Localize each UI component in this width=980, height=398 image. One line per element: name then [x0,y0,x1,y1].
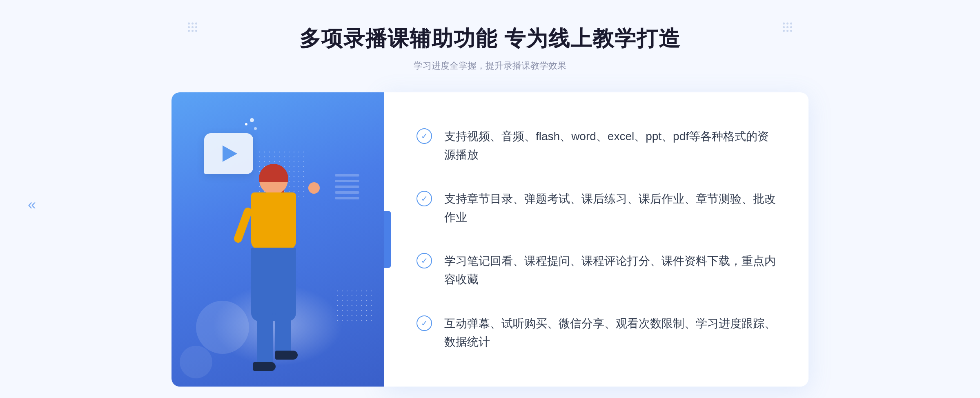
decorative-dots-right [783,22,792,32]
stripe-decoration [335,174,359,207]
person-hand-raised [308,182,320,194]
right-features-panel: ✓ 支持视频、音频、flash、word、excel、ppt、pdf等各种格式的… [384,92,808,387]
person-shoe-right [275,351,298,360]
main-title: 多项录播课辅助功能 专为线上教学打造 [299,25,681,53]
feature-item-1: ✓ 支持视频、音频、flash、word、excel、ppt、pdf等各种格式的… [416,123,776,169]
chevron-left-icon: « [28,196,36,213]
circle-decoration-2 [180,346,212,378]
sub-title: 学习进度全掌握，提升录播课教学效果 [299,60,681,72]
page-container: « 多项录播课辅助功能 专为线上教学打造 学习进度全掌握，提升录播课教学效果 [0,0,980,398]
check-icon-2: ✓ [416,191,432,206]
check-icon-1: ✓ [416,128,432,144]
person-shoe-left [253,362,276,371]
check-icon-3: ✓ [416,253,432,268]
person-leg-right [275,313,291,354]
feature-text-1: 支持视频、音频、flash、word、excel、ppt、pdf等各种格式的资源… [444,127,776,164]
person-arm-lower [233,206,253,244]
header-section: 多项录播课辅助功能 专为线上教学打造 学习进度全掌握，提升录播课教学效果 [299,25,681,72]
check-icon-4: ✓ [416,315,432,331]
feature-item-4: ✓ 互动弹幕、试听购买、微信分享、观看次数限制、学习进度跟踪、数据统计 [416,310,776,356]
person-illustration [216,150,331,387]
feature-text-3: 学习笔记回看、课程提问、课程评论打分、课件资料下载，重点内容收藏 [444,252,776,289]
content-area: ✓ 支持视频、音频、flash、word、excel、ppt、pdf等各种格式的… [172,92,808,387]
left-illustration-panel [172,92,384,387]
feature-text-4: 互动弹幕、试听购买、微信分享、观看次数限制、学习进度跟踪、数据统计 [444,315,776,351]
person-leg-left [257,313,273,366]
feature-item-3: ✓ 学习笔记回看、课程提问、课程评论打分、课件资料下载，重点内容收藏 [416,247,776,294]
panel-tab [384,211,391,268]
decorative-dots-left [188,22,197,32]
feature-text-2: 支持章节目录、弹题考试、课后练习、课后作业、章节测验、批改作业 [444,190,776,227]
person-pants [251,248,296,321]
person-hair [259,164,288,182]
feature-item-2: ✓ 支持章节目录、弹题考试、课后练习、课后作业、章节测验、批改作业 [416,185,776,232]
